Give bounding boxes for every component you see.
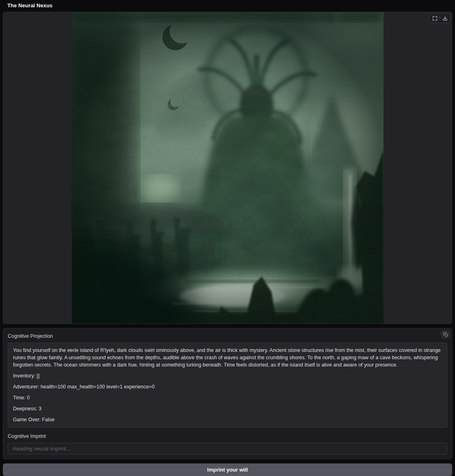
scene-image xyxy=(72,12,384,324)
game-over-line: Game Over: False xyxy=(13,416,442,423)
cognitive-projection-output: You find yourself on the eerie island of… xyxy=(8,343,447,428)
copy-icon xyxy=(443,332,448,337)
imprint-submit-button[interactable]: Imprint your will xyxy=(3,463,452,476)
image-toolbar xyxy=(429,13,451,23)
cognitive-projection-panel: Cognitive Projection You find yourself o… xyxy=(3,328,452,459)
fullscreen-icon xyxy=(432,16,438,21)
adventurer-stats-line: Adventurer: health=100 max_health=100 le… xyxy=(13,383,442,390)
inventory-line: Inventory: [] xyxy=(13,372,442,380)
cognitive-imprint-label: Cognitive Imprint xyxy=(8,433,447,439)
copy-button[interactable] xyxy=(441,330,450,338)
fullscreen-button[interactable] xyxy=(430,14,440,22)
image-viewer-panel xyxy=(3,12,452,324)
page-title: The Neural Nexus xyxy=(7,2,455,9)
time-line: Time: 0 xyxy=(13,394,442,401)
cognitive-projection-label: Cognitive Projection xyxy=(8,333,447,339)
download-icon xyxy=(442,16,448,21)
story-paragraph: You find yourself on the eerie island of… xyxy=(13,347,442,369)
generated-scene-image xyxy=(72,12,384,324)
deepness-line: Deepness: 3 xyxy=(13,405,442,412)
cognitive-imprint-input[interactable] xyxy=(8,443,447,455)
download-button[interactable] xyxy=(440,14,450,22)
app-header: The Neural Nexus xyxy=(0,0,455,12)
scene-atmosphere xyxy=(72,12,384,324)
